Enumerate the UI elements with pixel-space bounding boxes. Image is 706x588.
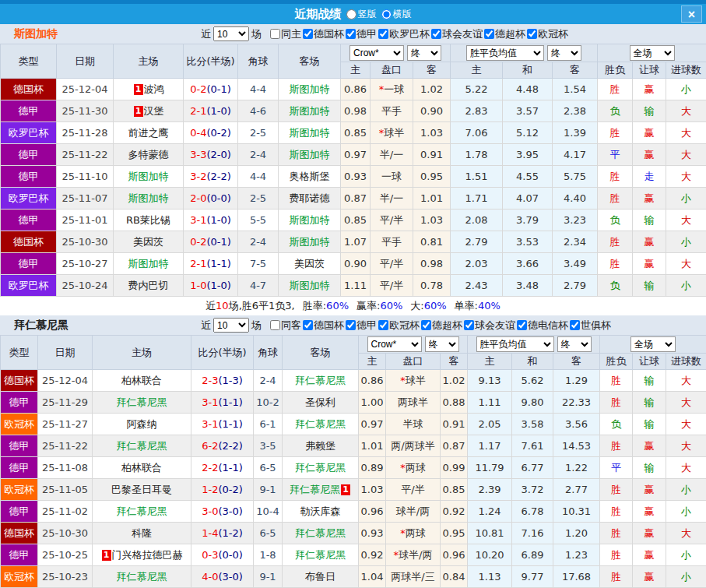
date-cell: 25-11-30 bbox=[57, 100, 114, 122]
home-team-cell: 1门兴格拉德巴赫 bbox=[93, 544, 191, 566]
avg-draw-cell: 9.80 bbox=[512, 392, 553, 414]
league-filter[interactable]: 世俱杯 bbox=[570, 319, 611, 333]
col-header-odds-away: 客 bbox=[441, 354, 468, 370]
scope-checkbox[interactable] bbox=[270, 29, 280, 39]
games-count-select[interactable]: 10 bbox=[213, 318, 249, 333]
home-team-cell: 多特蒙德 bbox=[114, 144, 184, 166]
live-star: * bbox=[400, 527, 406, 539]
halftime-score: (0-1) bbox=[206, 83, 230, 95]
away-odds-cell: 1.02 bbox=[413, 79, 451, 100]
league-label: 德甲 bbox=[357, 319, 377, 333]
home-team-cell: 1波鸿 bbox=[114, 79, 184, 100]
corner-cell: 6-1 bbox=[254, 414, 283, 435]
avg-source-select[interactable]: 胜平负均值 bbox=[466, 45, 544, 61]
scope-checkbox[interactable] bbox=[270, 320, 280, 330]
corner-cell: 2-5 bbox=[238, 122, 279, 144]
handicap-result-cell: 赢 bbox=[633, 479, 666, 501]
avg-home-cell: 5.22 bbox=[451, 79, 503, 100]
team-label: 拜仁慕尼黑 bbox=[295, 375, 346, 386]
layout-option-horizontal[interactable]: 横版 bbox=[381, 8, 412, 21]
league-filter[interactable]: 德甲 bbox=[346, 27, 377, 41]
away-odds-cell: 1.03 bbox=[413, 122, 451, 144]
league-checkbox[interactable] bbox=[421, 320, 431, 330]
result-cell: 胜 bbox=[600, 370, 633, 392]
avg-away-cell: 14.53 bbox=[553, 435, 600, 457]
league-filter[interactable]: 德国杯 bbox=[303, 27, 344, 41]
avg-source-select[interactable]: 胜平负均值 bbox=[476, 336, 554, 352]
vertical-radio[interactable] bbox=[346, 9, 357, 19]
league-filter[interactable]: 德国杯 bbox=[303, 319, 344, 333]
horizontal-radio-label: 横版 bbox=[393, 8, 412, 21]
handicap-result-cell: 赢 bbox=[633, 144, 666, 166]
league-filter[interactable]: 欧冠杯 bbox=[378, 319, 420, 333]
date-cell: 25-11-07 bbox=[57, 188, 114, 209]
home-odds-cell: 0.92 bbox=[359, 544, 386, 566]
halftime-score: (1-0) bbox=[206, 214, 230, 226]
layout-option-vertical[interactable]: 竖版 bbox=[346, 8, 377, 21]
avg-final-select[interactable]: 终 bbox=[557, 336, 592, 352]
fulltime-score: 3-2 bbox=[190, 171, 206, 182]
odds-source-select[interactable]: Crow* bbox=[367, 336, 422, 352]
fullmatch-select[interactable]: 全场 bbox=[630, 336, 676, 352]
league-checkbox[interactable] bbox=[570, 320, 580, 330]
result-cell: 胜 bbox=[600, 435, 633, 457]
league-filter[interactable]: 德超杯 bbox=[421, 319, 462, 333]
scope-filter[interactable]: 同客 bbox=[270, 319, 301, 333]
fulltime-score: 4-0 bbox=[202, 571, 218, 583]
avg-final-select[interactable]: 终 bbox=[547, 45, 581, 61]
team-label: 多特蒙德 bbox=[128, 149, 169, 160]
league-filter[interactable]: 欧罗巴杯 bbox=[378, 27, 430, 41]
score-cell: 0-3(0-0) bbox=[191, 544, 254, 566]
league-checkbox[interactable] bbox=[527, 29, 537, 39]
col-header-home: 主场 bbox=[93, 336, 191, 370]
avg-draw-cell: 3.79 bbox=[503, 209, 553, 231]
match-row: 德甲25-11-10斯图加特3-2(2-2)4-4奥格斯堡0.93一球0.951… bbox=[1, 166, 706, 188]
league-label: 世俱杯 bbox=[581, 319, 611, 333]
league-filter[interactable]: 德电信杯 bbox=[517, 319, 568, 333]
home-odds-cell: 0.98 bbox=[341, 100, 371, 122]
avg-home-cell: 2.39 bbox=[468, 479, 512, 501]
date-cell: 25-11-22 bbox=[57, 144, 114, 166]
horizontal-radio[interactable] bbox=[381, 9, 392, 19]
odds-final-select[interactable]: 终 bbox=[425, 336, 459, 352]
league-checkbox[interactable] bbox=[464, 320, 474, 330]
games-suffix: 场 bbox=[251, 319, 262, 333]
league-checkbox[interactable] bbox=[484, 29, 494, 39]
team-label: 阿森纳 bbox=[127, 418, 157, 430]
filters: 近 10 场 同主 德国杯德甲欧罗巴杯球会友谊德超杯欧冠杯 bbox=[198, 26, 568, 41]
result-cell: 负 bbox=[598, 100, 633, 122]
league-checkbox[interactable] bbox=[303, 320, 313, 330]
league-filter[interactable]: 德甲 bbox=[346, 319, 377, 333]
odds-source-select[interactable]: Crow* bbox=[349, 45, 404, 61]
odds-final-select[interactable]: 终 bbox=[407, 45, 441, 61]
close-button[interactable]: × bbox=[681, 5, 702, 23]
result-cell: 胜 bbox=[600, 392, 633, 414]
away-team-cell: 斯图加特 bbox=[279, 144, 341, 166]
team-label: 拜仁慕尼黑 bbox=[117, 440, 167, 452]
home-odds-cell: 1.11 bbox=[341, 275, 371, 297]
fullmatch-select[interactable]: 全场 bbox=[630, 45, 675, 61]
team-label: 斯图加特 bbox=[128, 258, 169, 269]
league-filter[interactable]: 球会友谊 bbox=[431, 27, 483, 41]
avg-away-cell: 1.23 bbox=[553, 544, 600, 566]
league-checkbox[interactable] bbox=[346, 320, 356, 330]
league-checkbox[interactable] bbox=[378, 320, 388, 330]
league-filter[interactable]: 德超杯 bbox=[484, 27, 525, 41]
result-cell: 胜 bbox=[598, 188, 633, 209]
avg-home-cell: 10.20 bbox=[468, 544, 512, 566]
league-checkbox[interactable] bbox=[303, 29, 313, 39]
league-filter[interactable]: 欧冠杯 bbox=[527, 27, 568, 41]
league-checkbox[interactable] bbox=[431, 29, 441, 39]
handicap-result-cell: 输 bbox=[633, 414, 666, 435]
fulltime-score: 0-3 bbox=[202, 549, 218, 561]
league-checkbox[interactable] bbox=[378, 29, 388, 39]
games-count-select[interactable]: 10 bbox=[213, 26, 249, 41]
handicap-result-cell: 输 bbox=[633, 100, 666, 122]
goals-cell: 小 bbox=[666, 479, 706, 501]
league-checkbox[interactable] bbox=[517, 320, 527, 330]
league-checkbox[interactable] bbox=[346, 29, 356, 39]
league-filter[interactable]: 球会友谊 bbox=[464, 319, 515, 333]
scope-filter[interactable]: 同主 bbox=[270, 27, 301, 41]
avg-draw-cell: 3.48 bbox=[503, 275, 553, 297]
team-name: 斯图加特 bbox=[0, 27, 198, 41]
